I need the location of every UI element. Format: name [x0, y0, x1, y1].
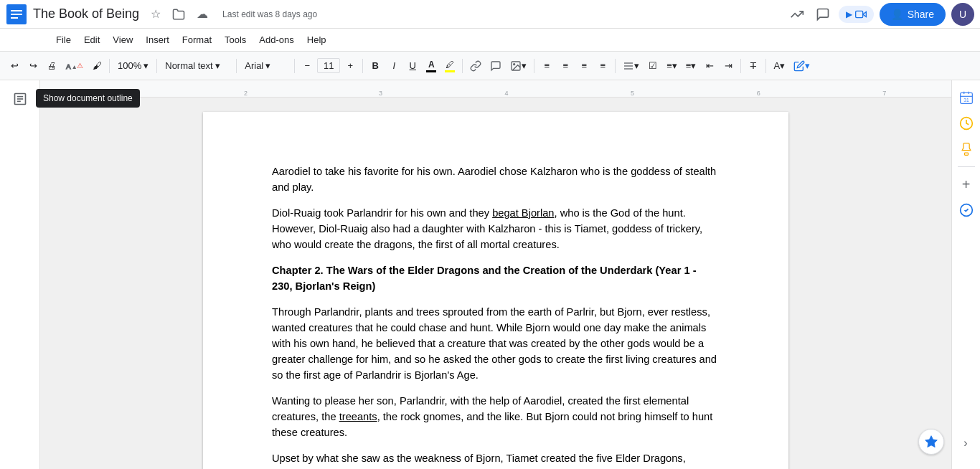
tasks-app-button[interactable]: [955, 112, 978, 135]
font-size-increase-button[interactable]: +: [341, 56, 359, 76]
menu-view[interactable]: View: [107, 32, 138, 48]
menu-help[interactable]: Help: [301, 32, 332, 48]
font-size-decrease-button[interactable]: −: [298, 56, 316, 76]
bullet-list-chevron-icon: ▾: [672, 60, 677, 71]
right-side-panel: 31 +: [951, 80, 980, 469]
align-left-button[interactable]: ≡: [538, 56, 555, 76]
paragraph-2: Diol-Ruaig took Parlandrir for his own a…: [272, 205, 720, 252]
meet-button[interactable]: ▶: [839, 6, 874, 23]
star-button[interactable]: ☆: [148, 4, 164, 24]
editing-mode-chevron-icon: ▾: [805, 60, 810, 71]
add-app-button[interactable]: +: [955, 173, 978, 196]
ruler-mark-6: 6: [757, 90, 760, 97]
svg-text:31: 31: [963, 98, 969, 103]
highlight-indicator: [445, 70, 455, 72]
increase-indent-button[interactable]: ⇥: [720, 56, 737, 76]
menu-format[interactable]: Format: [176, 32, 217, 48]
calendar-app-button[interactable]: 31: [955, 86, 978, 109]
highlight-icon: 🖊: [446, 60, 454, 70]
paragraph-1-text: Aarodiel to take his favorite for his ow…: [272, 166, 716, 193]
spellcheck-button[interactable]: A ⚠: [62, 56, 87, 76]
text-color-dropdown-button[interactable]: A▾: [770, 56, 788, 76]
highlight-button[interactable]: 🖊: [441, 56, 458, 76]
font-chevron-icon: ▾: [265, 60, 270, 71]
zoom-dropdown[interactable]: 100% ▾: [113, 56, 153, 76]
right-panel-divider: [958, 166, 975, 167]
separator-4: [294, 59, 295, 73]
paragraph-4: Wanting to please her son, Parlandrir, w…: [272, 393, 720, 440]
share-button[interactable]: 👤 Share: [880, 3, 946, 26]
clear-formatting-button[interactable]: T̶: [745, 56, 762, 76]
separator-2: [156, 59, 157, 73]
font-size-input[interactable]: [317, 58, 340, 73]
line-spacing-chevron-icon: ▾: [634, 60, 639, 71]
chapter-2-heading: Chapter 2. The Wars of the Elder Dragons…: [272, 262, 720, 294]
svg-rect-3: [11, 17, 18, 19]
image-button[interactable]: ▾: [507, 56, 530, 76]
decrease-indent-button[interactable]: ⇤: [701, 56, 718, 76]
paragraph-5: Upset by what she saw as the weakness of…: [272, 450, 720, 469]
image-chevron-icon: ▾: [522, 60, 527, 71]
menu-file[interactable]: File: [50, 32, 77, 48]
checklist-button[interactable]: ☑: [644, 56, 661, 76]
font-dropdown[interactable]: Arial ▾: [240, 56, 291, 76]
paragraph-5-text: Upset by what she saw as the weakness of…: [272, 453, 706, 469]
svg-marker-4: [862, 11, 866, 16]
cloud-button[interactable]: ☁: [194, 4, 211, 24]
document-scroll-area[interactable]: Aarodiel to take his favorite for his ow…: [40, 98, 951, 469]
align-right-button[interactable]: ≡: [575, 56, 593, 76]
expand-panel-button[interactable]: ›: [957, 435, 974, 452]
style-dropdown[interactable]: Normal text ▾: [161, 56, 232, 76]
menu-tools[interactable]: Tools: [219, 32, 252, 48]
document-title: The Book of Being: [33, 6, 139, 22]
menu-edit[interactable]: Edit: [78, 32, 105, 48]
redo-button[interactable]: ↪: [24, 56, 42, 76]
tasks-checked-button[interactable]: [955, 199, 978, 222]
ruler-mark-1: 1: [118, 90, 121, 97]
paint-format-button[interactable]: 🖌: [88, 56, 105, 76]
link-button[interactable]: [466, 56, 485, 76]
bullet-list-button[interactable]: ≡▾: [663, 56, 681, 76]
ruler-mark-4: 4: [505, 90, 509, 97]
undo-button[interactable]: ↩: [6, 56, 23, 76]
print-button[interactable]: 🖨: [43, 56, 60, 76]
font-value: Arial: [245, 60, 263, 71]
ruler-mark-3: 3: [379, 90, 382, 97]
docs-logo-icon: [6, 4, 27, 25]
left-sidebar: Show document outline: [0, 80, 40, 469]
menu-insert[interactable]: Insert: [140, 32, 175, 48]
show-outline-button[interactable]: [7, 86, 33, 112]
svg-text:A: A: [66, 63, 71, 70]
zoom-chevron-icon: ▾: [143, 60, 149, 71]
paragraph-4-treeants: treeants: [339, 411, 377, 422]
text-color-button[interactable]: A: [423, 56, 440, 76]
user-avatar[interactable]: U: [951, 3, 974, 26]
italic-button[interactable]: I: [385, 56, 402, 76]
separator-9: [740, 59, 741, 73]
paragraph-3-text: Through Parlandrir, plants and trees spr…: [272, 306, 717, 381]
separator-1: [109, 59, 110, 73]
zoom-value: 100%: [118, 60, 141, 71]
comment-button[interactable]: [486, 56, 505, 76]
separator-5: [362, 59, 363, 73]
align-center-button[interactable]: ≡: [557, 56, 574, 76]
svg-rect-5: [855, 11, 862, 17]
analytics-button[interactable]: [787, 4, 807, 24]
numbered-list-button[interactable]: ≡▾: [682, 56, 700, 76]
document-page[interactable]: Aarodiel to take his favorite for his ow…: [203, 112, 788, 469]
toolbar: ↩ ↪ 🖨 A ⚠ 🖌 100% ▾ Normal text ▾ Arial ▾…: [0, 52, 980, 80]
bold-button[interactable]: B: [367, 56, 384, 76]
editing-mode-button[interactable]: ▾: [790, 56, 814, 76]
keep-app-button[interactable]: [955, 138, 978, 161]
ai-assistant-button[interactable]: [918, 429, 944, 455]
svg-point-8: [514, 63, 515, 65]
svg-rect-22: [964, 153, 968, 155]
folder-button[interactable]: [169, 5, 188, 24]
comments-button[interactable]: [813, 4, 833, 24]
last-edit-text: Last edit was 8 days ago: [222, 9, 317, 19]
align-justify-button[interactable]: ≡: [594, 56, 611, 76]
line-spacing-button[interactable]: ▾: [619, 56, 643, 76]
text-color-indicator: [426, 70, 436, 72]
underline-button[interactable]: U: [404, 56, 421, 76]
menu-addons[interactable]: Add-ons: [253, 32, 299, 48]
